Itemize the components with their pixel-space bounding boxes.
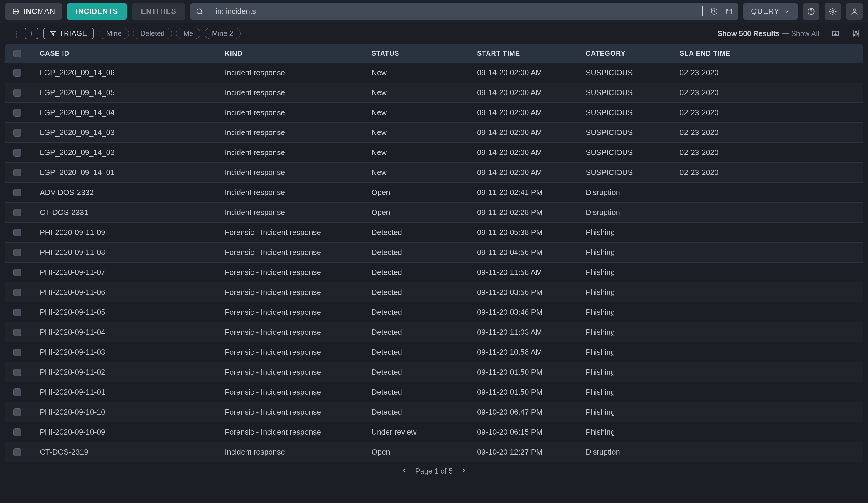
cell-start: 09-10-20 06:15 PM <box>477 427 586 437</box>
table-row[interactable]: ADV-DOS-2332Incident responseOpen09-11-2… <box>5 183 863 203</box>
search-icon[interactable] <box>190 3 209 20</box>
drag-handle-icon[interactable]: ⋮ <box>12 29 19 39</box>
cell-case-id: PHI-2020-09-11-01 <box>40 388 225 397</box>
cell-category: SUSPICIOUS <box>586 168 680 177</box>
results-showall[interactable]: Show All <box>791 29 819 38</box>
cell-start: 09-14-20 02:00 AM <box>477 148 586 157</box>
svg-rect-1 <box>726 9 731 14</box>
row-checkbox[interactable] <box>13 289 21 296</box>
row-checkbox[interactable] <box>13 389 21 396</box>
table-row[interactable]: PHI-2020-09-11-03Forensic - Incident res… <box>5 342 863 362</box>
row-checkbox[interactable] <box>13 329 21 336</box>
table-row[interactable]: PHI-2020-09-11-04Forensic - Incident res… <box>5 322 863 342</box>
row-checkbox[interactable] <box>13 209 21 217</box>
row-checkbox[interactable] <box>13 229 21 237</box>
col-case-id[interactable]: CASE ID <box>40 50 225 58</box>
cell-case-id: LGP_2020_09_14_03 <box>40 128 225 137</box>
view-toggle-button[interactable] <box>25 28 38 39</box>
col-kind[interactable]: KIND <box>225 50 372 58</box>
col-start[interactable]: START TIME <box>477 50 586 58</box>
cell-status: New <box>372 168 477 177</box>
results-summary[interactable]: Show 500 Results — Show All <box>717 29 819 38</box>
col-status[interactable]: STATUS <box>372 50 477 58</box>
table-row[interactable]: LGP_2020_09_14_03Incident responseNew09-… <box>5 123 863 143</box>
filter-chip[interactable]: Mine 2 <box>205 28 240 39</box>
text-cursor <box>702 7 703 17</box>
cell-sla: 02-23-2020 <box>680 168 863 177</box>
row-checkbox[interactable] <box>13 69 21 77</box>
history-icon[interactable] <box>711 8 718 15</box>
cell-case-id: PHI-2020-09-11-02 <box>40 368 225 377</box>
settings-button[interactable] <box>825 3 841 20</box>
cell-start: 09-14-20 02:00 AM <box>477 128 586 137</box>
row-checkbox[interactable] <box>13 169 21 177</box>
table-row[interactable]: LGP_2020_09_14_06Incident responseNew09-… <box>5 63 863 83</box>
search-bar[interactable] <box>190 3 738 20</box>
table-row[interactable]: CT-DOS-2331Incident responseOpen09-11-20… <box>5 203 863 223</box>
row-checkbox[interactable] <box>13 449 21 456</box>
cell-kind: Incident response <box>225 148 372 157</box>
export-icon[interactable] <box>831 29 840 38</box>
nav-incidents[interactable]: INCIDENTS <box>67 3 127 20</box>
row-checkbox[interactable] <box>13 369 21 376</box>
row-checkbox[interactable] <box>13 89 21 97</box>
cell-category: Phishing <box>586 388 680 397</box>
table-row[interactable]: PHI-2020-09-11-01Forensic - Incident res… <box>5 382 863 402</box>
brand-icon <box>12 7 20 16</box>
col-category[interactable]: CATEGORY <box>586 50 680 58</box>
select-all-checkbox[interactable] <box>13 50 21 57</box>
brand-logo[interactable]: INCMAN <box>5 3 62 20</box>
row-checkbox[interactable] <box>13 349 21 356</box>
filter-chip[interactable]: Deleted <box>133 28 172 39</box>
user-button[interactable] <box>846 3 863 20</box>
table-row[interactable]: PHI-2020-09-11-08Forensic - Incident res… <box>5 243 863 262</box>
row-checkbox[interactable] <box>13 429 21 436</box>
table-row[interactable]: PHI-2020-09-10-09Forensic - Incident res… <box>5 422 863 442</box>
table-row[interactable]: PHI-2020-09-11-06Forensic - Incident res… <box>5 282 863 302</box>
cell-case-id: PHI-2020-09-10-10 <box>40 408 225 417</box>
row-checkbox[interactable] <box>13 129 21 137</box>
triage-button[interactable]: TRIAGE <box>43 28 94 39</box>
cell-kind: Forensic - Incident response <box>225 368 372 377</box>
table-row[interactable]: LGP_2020_09_14_02Incident responseNew09-… <box>5 143 863 163</box>
filter-chip[interactable]: Me <box>176 28 200 39</box>
table-row[interactable]: PHI-2020-09-10-10Forensic - Incident res… <box>5 402 863 422</box>
cell-start: 09-11-20 11:58 AM <box>477 268 586 277</box>
cell-start: 09-11-20 02:28 PM <box>477 208 586 217</box>
chevron-down-icon <box>784 8 790 15</box>
table-row[interactable]: PHI-2020-09-11-07Forensic - Incident res… <box>5 262 863 282</box>
row-checkbox[interactable] <box>13 149 21 157</box>
search-input[interactable] <box>209 7 702 16</box>
table-row[interactable]: PHI-2020-09-11-05Forensic - Incident res… <box>5 302 863 322</box>
filter-icon <box>50 30 56 37</box>
table-row[interactable]: CT-DOS-2319Incident responseOpen09-10-20… <box>5 442 863 462</box>
sliders-icon[interactable] <box>851 29 860 38</box>
help-button[interactable] <box>803 3 819 20</box>
cell-case-id: PHI-2020-09-11-07 <box>40 268 225 277</box>
cell-case-id: LGP_2020_09_14_04 <box>40 108 225 117</box>
col-sla[interactable]: SLA END TIME <box>680 50 863 58</box>
cell-kind: Forensic - Incident response <box>225 388 372 397</box>
table-row[interactable]: PHI-2020-09-11-02Forensic - Incident res… <box>5 362 863 382</box>
save-search-icon[interactable] <box>725 8 733 15</box>
filter-chip[interactable]: Mine <box>99 28 129 39</box>
nav-entities[interactable]: ENTITIES <box>132 3 185 20</box>
table-row[interactable]: PHI-2020-09-11-09Forensic - Incident res… <box>5 223 863 243</box>
row-checkbox[interactable] <box>13 249 21 256</box>
row-checkbox[interactable] <box>13 269 21 276</box>
cell-category: Phishing <box>586 427 680 437</box>
row-checkbox[interactable] <box>13 309 21 316</box>
table-row[interactable]: LGP_2020_09_14_04Incident responseNew09-… <box>5 103 863 123</box>
query-button[interactable]: QUERY <box>743 3 798 20</box>
prev-page-button[interactable] <box>401 467 407 476</box>
table-row[interactable]: LGP_2020_09_14_05Incident responseNew09-… <box>5 83 863 103</box>
table-row[interactable]: LGP_2020_09_14_01Incident responseNew09-… <box>5 163 863 183</box>
cell-start: 09-11-20 10:58 AM <box>477 348 586 357</box>
next-page-button[interactable] <box>461 467 467 476</box>
cell-status: Under review <box>372 427 477 437</box>
cell-category: SUSPICIOUS <box>586 108 680 117</box>
row-checkbox[interactable] <box>13 409 21 416</box>
row-checkbox[interactable] <box>13 189 21 197</box>
cell-status: Detected <box>372 228 477 237</box>
row-checkbox[interactable] <box>13 109 21 117</box>
